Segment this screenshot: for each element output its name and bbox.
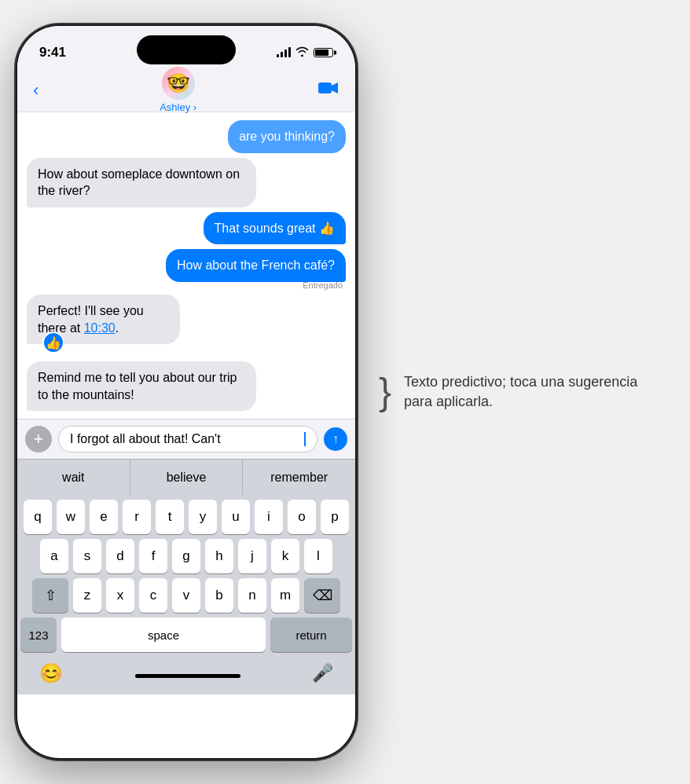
key-a[interactable]: a bbox=[40, 539, 68, 573]
key-r[interactable]: r bbox=[123, 500, 151, 534]
key-s[interactable]: s bbox=[73, 539, 101, 573]
key-y[interactable]: y bbox=[189, 500, 217, 534]
message-bubble-sent: How about the French café? bbox=[166, 249, 346, 282]
message-input-field[interactable]: I forgot all about that! Can't bbox=[58, 426, 317, 452]
predictive-word-3[interactable]: remember bbox=[243, 460, 355, 495]
key-n[interactable]: n bbox=[238, 578, 266, 613]
time-link[interactable]: 10:30 bbox=[84, 321, 116, 335]
shift-key[interactable]: ⇧ bbox=[32, 578, 68, 613]
nav-bar: ‹ 🤓 Ashley › bbox=[17, 68, 355, 112]
avatar: 🤓 bbox=[162, 67, 195, 100]
keyboard-row-2: a s d f g h j k l bbox=[20, 539, 352, 573]
key-u[interactable]: u bbox=[222, 500, 250, 534]
key-d[interactable]: d bbox=[106, 539, 134, 573]
key-k[interactable]: k bbox=[271, 539, 299, 573]
input-area: + I forgot all about that! Can't ↑ bbox=[17, 419, 355, 459]
key-e[interactable]: e bbox=[90, 500, 118, 534]
wifi-icon bbox=[295, 46, 309, 59]
key-h[interactable]: h bbox=[205, 539, 233, 573]
emoji-button[interactable]: 😊 bbox=[39, 662, 63, 684]
contact-name: Ashley › bbox=[160, 101, 196, 113]
send-button[interactable]: ↑ bbox=[324, 427, 347, 451]
delete-key[interactable]: ⌫ bbox=[304, 578, 340, 613]
dynamic-island bbox=[137, 35, 236, 64]
input-text: I forgot all about that! Can't bbox=[70, 432, 221, 446]
predictive-word-1[interactable]: wait bbox=[17, 460, 130, 495]
messages-area: are you thinking? How about someplace do… bbox=[17, 112, 355, 419]
phone-frame: 9:41 ‹ 🤓 bbox=[17, 26, 355, 758]
message-group: How about the French café? Entregado bbox=[27, 249, 346, 290]
back-button[interactable]: ‹ bbox=[33, 82, 39, 99]
predictive-word-2[interactable]: believe bbox=[130, 460, 244, 495]
add-attachment-button[interactable]: + bbox=[25, 426, 52, 452]
bottom-bar: 😊 🎤 bbox=[17, 660, 355, 694]
key-g[interactable]: g bbox=[172, 539, 200, 573]
message-text: Remind me to tell you about our trip to … bbox=[38, 371, 237, 401]
key-z[interactable]: z bbox=[73, 578, 101, 613]
annotation-area: } Texto predictivo; toca una sugerencia … bbox=[355, 0, 690, 784]
key-x[interactable]: x bbox=[106, 578, 134, 613]
message-row: Perfect! I'll see you there at 10:30. 👍 bbox=[27, 295, 346, 344]
home-indicator[interactable] bbox=[135, 674, 240, 678]
key-i[interactable]: i bbox=[255, 500, 283, 534]
numbers-key[interactable]: 123 bbox=[20, 617, 57, 652]
message-bubble-sent: are you thinking? bbox=[228, 120, 346, 153]
message-bubble-received: How about someplace downtown on the rive… bbox=[27, 158, 256, 207]
message-row: are you thinking? bbox=[27, 120, 346, 153]
predictive-text-bar: wait believe remember bbox=[17, 459, 355, 495]
annotation-text: Texto predictivo; toca una sugerencia pa… bbox=[404, 372, 666, 412]
message-bubble-received: Remind me to tell you about our trip to … bbox=[27, 361, 256, 411]
annotation-bracket: } Texto predictivo; toca una sugerencia … bbox=[379, 372, 666, 412]
signal-icon bbox=[277, 48, 291, 57]
key-p[interactable]: p bbox=[321, 500, 349, 534]
key-c[interactable]: c bbox=[139, 578, 167, 613]
message-text: are you thinking? bbox=[239, 130, 335, 143]
svg-rect-0 bbox=[318, 82, 332, 93]
contact-header[interactable]: 🤓 Ashley › bbox=[160, 67, 196, 113]
key-v[interactable]: v bbox=[172, 578, 200, 613]
key-o[interactable]: o bbox=[288, 500, 316, 534]
bracket-icon: } bbox=[379, 373, 391, 411]
status-icons bbox=[277, 46, 333, 59]
key-w[interactable]: w bbox=[57, 500, 85, 534]
microphone-button[interactable]: 🎤 bbox=[312, 663, 333, 683]
tapback-badge: 👍 bbox=[42, 332, 64, 354]
message-row: Remind me to tell you about our trip to … bbox=[27, 361, 346, 411]
text-cursor bbox=[304, 432, 306, 446]
keyboard-row-3: ⇧ z x c v b n m ⌫ bbox=[20, 578, 352, 613]
battery-icon bbox=[314, 48, 333, 57]
key-t[interactable]: t bbox=[156, 500, 184, 534]
key-j[interactable]: j bbox=[238, 539, 266, 573]
message-text: That sounds great 👍 bbox=[215, 222, 335, 235]
message-text: How about someplace downtown on the rive… bbox=[38, 167, 240, 198]
key-f[interactable]: f bbox=[139, 539, 167, 573]
key-l[interactable]: l bbox=[304, 539, 332, 573]
message-bubble-sent: That sounds great 👍 bbox=[204, 212, 346, 245]
key-b[interactable]: b bbox=[205, 578, 233, 613]
keyboard-row-1: q w e r t y u i o p bbox=[20, 500, 352, 534]
status-time: 9:41 bbox=[39, 45, 66, 60]
keyboard: q w e r t y u i o p a s d f g h j k l ⇧ … bbox=[17, 495, 355, 660]
message-row: How about someplace downtown on the rive… bbox=[27, 158, 346, 207]
return-key[interactable]: return bbox=[270, 617, 352, 652]
space-key[interactable]: space bbox=[61, 617, 266, 652]
back-chevron-icon: ‹ bbox=[33, 82, 39, 99]
keyboard-row-4: 123 space return bbox=[20, 617, 352, 652]
message-row: That sounds great 👍 bbox=[27, 212, 346, 245]
message-row: How about the French café? bbox=[27, 249, 346, 282]
video-call-button[interactable] bbox=[317, 80, 339, 100]
message-text: How about the French café? bbox=[177, 258, 335, 272]
message-text: Perfect! I'll see you there at 10:30. bbox=[38, 304, 144, 335]
key-q[interactable]: q bbox=[24, 500, 52, 534]
key-m[interactable]: m bbox=[271, 578, 299, 613]
